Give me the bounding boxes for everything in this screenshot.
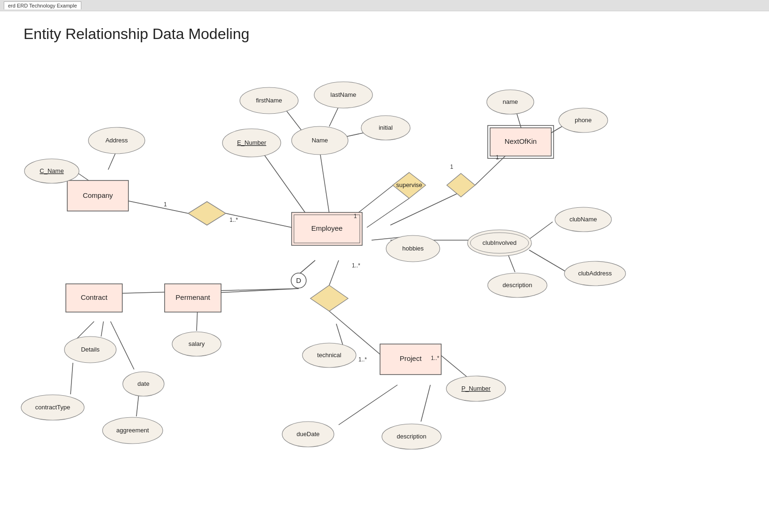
attr-contracttype-label: contractType	[35, 404, 70, 411]
diagram-tab[interactable]: erd ERD Technology Example	[4, 1, 81, 9]
entity-employee-label: Employee	[311, 224, 343, 232]
svg-line-23	[529, 222, 553, 239]
svg-line-17	[329, 107, 339, 126]
card-project-1star: 1..*	[431, 355, 439, 361]
diamond-works-for	[188, 202, 226, 225]
attr-clubaddress-label: clubAddress	[578, 270, 612, 277]
svg-line-11	[299, 260, 315, 274]
svg-line-29	[71, 363, 73, 394]
erd-diagram: D supervise Employee Company NextOfKin C…	[0, 11, 769, 532]
svg-line-34	[339, 385, 397, 425]
attr-clubname-label: clubName	[570, 216, 597, 223]
entity-company-label: Company	[83, 191, 113, 199]
tab-bar: erd ERD Technology Example	[0, 0, 769, 11]
diamond-works-on	[310, 285, 348, 311]
card-project-bottom: 1..*	[358, 356, 367, 363]
svg-line-14	[263, 154, 306, 213]
svg-line-0	[127, 201, 188, 213]
entity-nextofkin-label: NextOfKin	[505, 137, 537, 145]
attr-hobbies-label: hobbies	[402, 245, 424, 252]
attr-enumber-label: E_Number	[237, 139, 267, 146]
svg-line-28	[101, 321, 103, 336]
attr-aggreement-label: aggreement	[116, 427, 149, 434]
svg-line-15	[320, 151, 329, 213]
attr-initial-label: initial	[379, 124, 393, 131]
attr-name-label: Name	[312, 137, 328, 144]
entity-project-label: Project	[400, 354, 422, 362]
disjoint-label: D	[296, 276, 301, 284]
svg-line-24	[529, 250, 569, 274]
attr-cname-label: C_Name	[40, 167, 63, 174]
attr-clubinvolved-label: clubInvolved	[483, 239, 516, 246]
diagram-canvas: Entity Relationship Data Modeling	[0, 11, 769, 532]
svg-line-25	[508, 254, 515, 272]
attr-pnumber-label: P_Number	[461, 385, 491, 392]
card-nextofkin-1: 1	[496, 154, 499, 161]
diamond-member-of	[447, 173, 475, 197]
svg-line-4	[367, 198, 409, 227]
attr-address-label: Address	[105, 137, 128, 144]
svg-line-6	[329, 260, 339, 285]
attr-phone-label: phone	[575, 117, 592, 124]
attr-details-label: Details	[81, 346, 100, 353]
attr-date-label: date	[137, 380, 149, 387]
entity-contract-label: Contract	[81, 293, 108, 301]
attr-lastname-label: lastName	[331, 91, 357, 98]
attr-description-proj-label: description	[397, 433, 427, 440]
card-employee-1star: 1..*	[230, 217, 238, 223]
svg-line-33	[421, 385, 430, 422]
attr-firstname-label: firstName	[256, 97, 282, 104]
card-nok-1: 1	[354, 213, 357, 219]
entity-permenant-label: Permenant	[175, 293, 210, 301]
attr-duedate-label: dueDate	[296, 430, 319, 438]
svg-line-30	[136, 394, 139, 416]
supervise-label: supervise	[396, 181, 422, 188]
attr-salary-label: salary	[189, 340, 205, 347]
attr-technical-label: technical	[317, 352, 341, 359]
card-supervise-r: 1	[450, 164, 453, 170]
attr-description-club-label: description	[503, 282, 532, 289]
attr-nokname-label: name	[503, 98, 518, 105]
svg-line-12	[108, 154, 115, 170]
card-employee-works: 1..*	[352, 262, 360, 269]
card-company-1: 1	[164, 201, 167, 208]
